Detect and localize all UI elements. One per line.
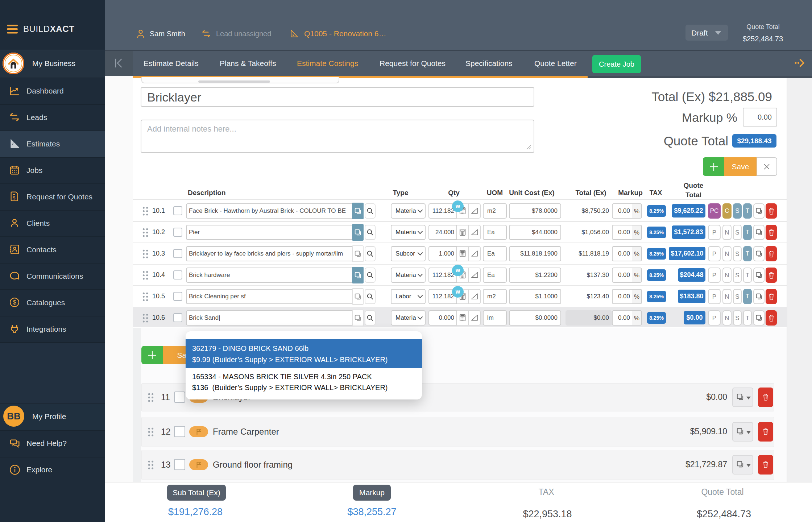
svg-text:$: $ (13, 299, 16, 306)
svg-text:$: $ (13, 195, 15, 200)
